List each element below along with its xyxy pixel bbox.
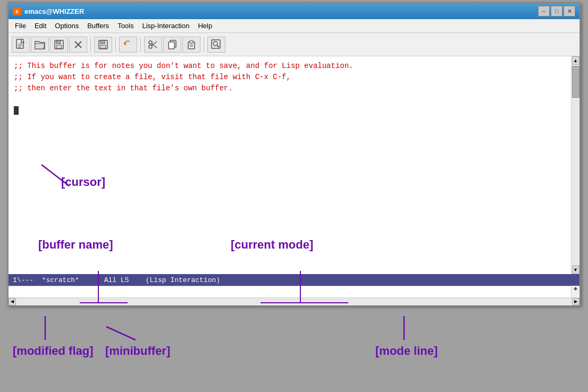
scroll-right-arrow[interactable]: ▶ xyxy=(572,298,579,305)
close-buffer-button[interactable] xyxy=(69,37,87,53)
menu-tools[interactable]: Tools xyxy=(113,21,138,31)
mode-line-text: 1\--- *scratch* All L5 (Lisp Interaction… xyxy=(13,276,220,284)
svg-point-24 xyxy=(213,41,217,46)
h-scroll-track[interactable] xyxy=(16,298,572,305)
corner-scrollbar: ◆ xyxy=(571,286,579,297)
title-bar-left: e emacs@WHIZZER xyxy=(13,7,84,15)
mode-line: 1\--- *scratch* All L5 (Lisp Interaction… xyxy=(9,274,579,286)
svg-rect-11 xyxy=(100,45,106,48)
search-button[interactable] xyxy=(207,37,225,53)
emacs-window: e emacs@WHIZZER − □ ✕ File Edit Options … xyxy=(7,2,581,306)
svg-rect-10 xyxy=(100,40,105,44)
menu-file[interactable]: File xyxy=(11,21,30,31)
modified-flag-annotation: [modified flag] xyxy=(13,344,94,358)
separator-1 xyxy=(90,37,91,52)
svg-line-25 xyxy=(217,45,219,47)
menu-options[interactable]: Options xyxy=(51,21,83,31)
menu-lisp-interaction[interactable]: Lisp-Interaction xyxy=(138,21,194,31)
svg-marker-12 xyxy=(123,42,127,46)
open-file-button[interactable] xyxy=(31,37,49,53)
separator-3 xyxy=(140,37,141,52)
separator-4 xyxy=(204,37,204,52)
editor-line-2: ;; If you want to create a file, visit t… xyxy=(14,72,566,83)
horizontal-scrollbar[interactable]: ◀ ▶ xyxy=(9,297,579,305)
paste-button[interactable] xyxy=(182,37,200,53)
scroll-track[interactable] xyxy=(572,98,579,266)
menu-bar: File Edit Options Buffers Tools Lisp-Int… xyxy=(9,19,579,33)
save-file-button[interactable] xyxy=(50,37,68,53)
mode-line-annotation: [mode line] xyxy=(375,344,438,358)
separator-2 xyxy=(115,37,116,52)
window-controls: − □ ✕ xyxy=(538,6,575,16)
editor-line-3: ;; then enter the text in that file's ow… xyxy=(14,83,566,94)
svg-rect-5 xyxy=(56,40,61,44)
current-mode-annotation: [current mode] xyxy=(231,238,313,252)
buffer-name-annotation: [buffer name] xyxy=(38,238,113,252)
menu-help[interactable]: Help xyxy=(194,21,216,31)
minimize-button[interactable]: − xyxy=(538,6,550,16)
mini-buffer[interactable] xyxy=(9,286,571,297)
vertical-scrollbar[interactable]: ▲ ▼ xyxy=(571,56,579,274)
title-bar: e emacs@WHIZZER − □ ✕ xyxy=(9,3,579,19)
menu-buffers[interactable]: Buffers xyxy=(83,21,113,31)
svg-rect-18 xyxy=(169,42,174,49)
cut-button[interactable] xyxy=(144,37,162,53)
maximize-button[interactable]: □ xyxy=(551,6,562,16)
cursor-annotation: [cursor] xyxy=(61,175,105,189)
scroll-corner: ◆ xyxy=(574,286,577,291)
window-title: emacs@WHIZZER xyxy=(24,7,84,15)
new-file-button[interactable] xyxy=(12,37,30,53)
menu-edit[interactable]: Edit xyxy=(30,21,51,31)
editor-line-5 xyxy=(14,105,566,116)
save-button[interactable] xyxy=(94,37,112,53)
close-button[interactable]: ✕ xyxy=(564,6,575,16)
svg-rect-6 xyxy=(56,45,62,48)
text-cursor xyxy=(14,106,19,115)
scroll-down-arrow[interactable]: ▼ xyxy=(572,266,579,274)
svg-rect-20 xyxy=(190,40,193,43)
mini-buffer-row: ◆ xyxy=(9,286,579,297)
undo-button[interactable] xyxy=(119,37,137,53)
copy-button[interactable] xyxy=(163,37,181,53)
emacs-icon: e xyxy=(13,7,21,15)
minibuffer-annotation: [minibuffer] xyxy=(105,344,170,358)
scroll-up-arrow[interactable]: ▲ xyxy=(572,56,579,65)
scroll-thumb[interactable] xyxy=(572,66,579,98)
toolbar xyxy=(9,33,579,56)
scroll-left-arrow[interactable]: ◀ xyxy=(9,298,16,305)
editor-line-4 xyxy=(14,94,566,105)
svg-line-36 xyxy=(106,327,136,340)
editor-line-1: ;; This buffer is for notes you don't wa… xyxy=(14,61,566,72)
